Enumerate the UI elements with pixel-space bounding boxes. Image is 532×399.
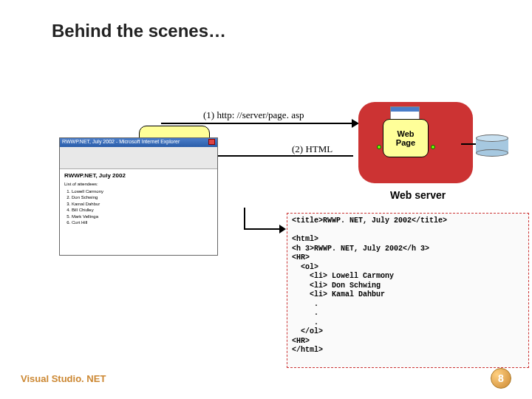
browser-attendee-list: Lowell Carmony Don Schwing Kamal Dahbur …: [64, 188, 213, 225]
code-line: <li> Don Schwing: [292, 282, 381, 290]
list-item: Lowell Carmony: [72, 188, 213, 194]
code-arrow-h: [244, 228, 281, 230]
browser-toolbar: [60, 147, 217, 169]
footer-text: Visual Studio. NET: [21, 373, 106, 384]
webpage-label-line2: Page: [396, 138, 415, 147]
browser-screenshot: RWWP.NET, July 2002 - Microsoft Internet…: [59, 137, 218, 256]
browser-list-caption: List of attendees:: [64, 182, 213, 186]
browser-window-title: RWWP.NET, July 2002 - Microsoft Internet…: [62, 139, 180, 146]
code-line: .: [292, 318, 318, 327]
code-arrow-head: [279, 225, 286, 233]
code-line: <title>RWWP. NET, July 2002</title>: [292, 216, 447, 225]
code-line: </ol>: [292, 327, 323, 335]
list-item: Bill Chidley: [72, 207, 213, 213]
request-arrow: [161, 123, 353, 124]
list-item: Curt Hill: [72, 219, 213, 225]
webpage-label-line1: Web: [397, 129, 414, 138]
code-line: <HR>: [292, 253, 310, 262]
slide-title: Behind the scenes…: [52, 21, 495, 41]
database-icon: [476, 134, 508, 157]
diagram-area: (1) http: //server/page. asp (2) HTML Br…: [37, 49, 495, 359]
code-line: <ol>: [292, 263, 318, 271]
node-handle-icon: [377, 145, 381, 149]
code-line: </html>: [292, 346, 323, 354]
browser-page-heading: RWWP.NET, July 2002: [64, 172, 213, 179]
db-connector: [461, 143, 477, 145]
close-icon: [208, 139, 215, 145]
page-number-badge: 8: [491, 368, 511, 389]
code-line: <h 3>RWWP. NET, July 2002</h 3>: [292, 245, 429, 253]
code-line: .: [292, 300, 318, 308]
code-line: <HR>: [292, 337, 310, 345]
request-arrow-label: (1) http: //server/page. asp: [203, 109, 304, 121]
code-line: <li> Kamal Dahbur: [292, 290, 385, 299]
webserver-label: Web server: [390, 189, 446, 201]
list-item: Don Schwing: [72, 194, 213, 200]
response-arrow-label: (2) HTML: [292, 143, 332, 155]
list-item: Mark Vellinga: [72, 214, 213, 219]
list-item: Kamal Dahbur: [72, 201, 213, 207]
html-code-box: <title>RWWP. NET, July 2002</title> <htm…: [287, 213, 529, 368]
browser-titlebar: RWWP.NET, July 2002 - Microsoft Internet…: [60, 138, 217, 147]
code-line: .: [292, 309, 318, 317]
code-arrow-v: [244, 208, 245, 228]
code-line: <li> Lowell Carmony: [292, 272, 394, 280]
node-handle-icon: [431, 145, 435, 149]
webpage-node: Web Page: [383, 119, 429, 157]
code-line: <html>: [292, 235, 318, 243]
